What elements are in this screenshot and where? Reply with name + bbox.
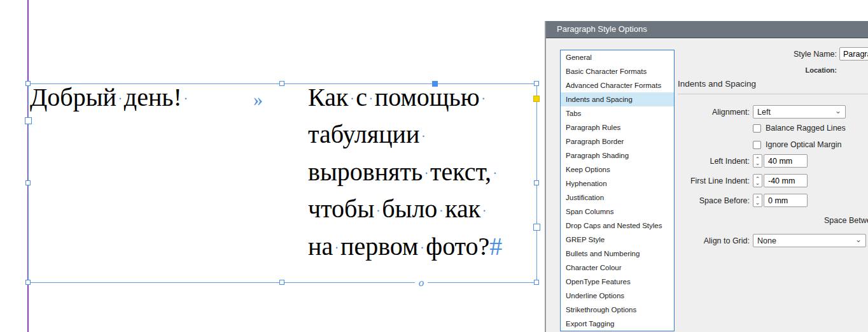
- stepper-down-icon[interactable]: ⌄: [755, 201, 760, 205]
- style-name-input[interactable]: [839, 47, 868, 61]
- dialog-titlebar[interactable]: Paragraph Style Options: [546, 21, 868, 38]
- space-before-stepper[interactable]: ⌃ ⌄: [753, 194, 762, 207]
- hidden-space-dot: ·: [335, 241, 339, 255]
- frame-handle-top-left[interactable]: [25, 81, 31, 86]
- corner-options-widget[interactable]: [533, 96, 540, 102]
- location-label: Location:: [781, 66, 837, 74]
- document-text-intro[interactable]: Добрый·день!·: [30, 80, 190, 117]
- sidebar-item[interactable]: Export Tagging: [561, 317, 674, 331]
- hidden-space-dot: ·: [424, 166, 429, 180]
- ignore-optical-margin-checkbox[interactable]: [753, 141, 761, 149]
- space-before-label: Space Before:: [584, 196, 750, 205]
- document-word[interactable]: чтобы: [308, 194, 374, 223]
- section-heading: Indents and Spacing: [678, 79, 756, 89]
- document-word[interactable]: Добрый: [30, 83, 116, 112]
- hidden-space-dot: ·: [421, 129, 426, 143]
- hidden-space-dot: ·: [183, 92, 188, 106]
- hidden-space-dot: ·: [369, 92, 374, 106]
- frame-handle-top-center[interactable]: [279, 81, 284, 86]
- sidebar-item[interactable]: Character Colour: [561, 261, 674, 275]
- first-line-indent-input[interactable]: [764, 174, 808, 187]
- stepper-down-icon[interactable]: ⌄: [755, 181, 760, 185]
- dialog-body: GeneralBasic Character FormatsAdvanced C…: [546, 38, 868, 332]
- hidden-space-dot: ·: [493, 166, 498, 180]
- frame-bottom-adornment[interactable]: o: [415, 278, 428, 288]
- frame-handle-bottom-center[interactable]: [279, 280, 284, 285]
- sidebar-item[interactable]: Drop Caps and Nested Styles: [561, 219, 674, 233]
- balance-ragged-lines-checkbox[interactable]: [753, 124, 761, 133]
- chevron-down-icon: ⌄: [855, 235, 862, 244]
- document-text-line[interactable]: на·первом·фото?#: [308, 229, 502, 266]
- sidebar-item[interactable]: Paragraph Border: [561, 134, 674, 148]
- balance-ragged-lines-label: Balance Ragged Lines: [766, 124, 846, 133]
- document-text-line[interactable]: выровнять·текст,·: [308, 154, 502, 191]
- sidebar-item[interactable]: General: [561, 50, 674, 64]
- frame-handle-bottom-left[interactable]: [25, 280, 31, 285]
- hidden-space-dot: ·: [350, 92, 354, 106]
- frame-handle-top-right[interactable]: [534, 81, 539, 86]
- ignore-optical-margin-label: Ignore Optical Margin: [766, 140, 842, 149]
- tab-character-marker: »: [253, 90, 263, 109]
- end-of-story-marker: #: [489, 232, 502, 261]
- document-word[interactable]: с: [356, 83, 367, 112]
- document-word[interactable]: текст,: [430, 157, 491, 186]
- sidebar-item[interactable]: Indents and Spacing: [561, 92, 674, 106]
- section-separator: [678, 94, 868, 94]
- left-indent-label: Left Indent:: [584, 157, 750, 166]
- document-text-line[interactable]: чтобы·было·как·: [308, 191, 502, 228]
- frame-handle-bottom-right[interactable]: [534, 280, 539, 285]
- hidden-space-dot: ·: [482, 204, 487, 218]
- document-text-line[interactable]: Как·с·помощью·: [308, 80, 502, 117]
- hidden-space-dot: ·: [420, 241, 424, 255]
- document-word[interactable]: помощью: [375, 83, 480, 112]
- dialog-sidebar: GeneralBasic Character FormatsAdvanced C…: [560, 50, 675, 331]
- frame-handle-filled[interactable]: [432, 81, 438, 87]
- paragraph-style-options-dialog: Paragraph Style Options GeneralBasic Cha…: [545, 21, 868, 332]
- align-to-grid-select[interactable]: None ⌄: [753, 234, 866, 247]
- first-line-indent-stepper[interactable]: ⌃ ⌄: [753, 174, 762, 187]
- style-name-label: Style Name:: [756, 50, 837, 59]
- text-frame-in-port[interactable]: [25, 117, 32, 124]
- left-indent-input[interactable]: [764, 154, 808, 168]
- alignment-label: Alignment:: [584, 108, 750, 117]
- sidebar-item[interactable]: Advanced Character Formats: [561, 78, 674, 92]
- text-frame-out-port[interactable]: [533, 224, 540, 231]
- sidebar-item[interactable]: Basic Character Formats: [561, 64, 674, 78]
- screenshot-stage: Добрый·день!· » Как·с·помощью·табуляции·…: [0, 0, 868, 332]
- sidebar-item[interactable]: Paragraph Rules: [561, 120, 674, 134]
- space-before-input[interactable]: [764, 194, 808, 207]
- sidebar-item[interactable]: Strikethrough Options: [561, 303, 674, 317]
- document-word[interactable]: было: [382, 194, 437, 223]
- space-between-label-truncated: Space Betwe: [824, 216, 868, 225]
- document-text-hanging-block[interactable]: Как·с·помощью·табуляции·выровнять·текст,…: [308, 80, 502, 266]
- sidebar-item[interactable]: Underline Options: [561, 289, 674, 303]
- chevron-down-icon: ⌄: [835, 106, 841, 115]
- align-to-grid-value: None: [757, 236, 776, 245]
- left-indent-stepper[interactable]: ⌃ ⌄: [753, 154, 762, 168]
- dialog-title: Paragraph Style Options: [557, 24, 647, 34]
- align-to-grid-label: Align to Grid:: [584, 236, 750, 245]
- document-text-line[interactable]: табуляции·: [308, 117, 502, 154]
- document-word[interactable]: на: [308, 232, 333, 261]
- document-word[interactable]: фото?: [426, 232, 489, 261]
- first-line-indent-label: First Line Indent:: [584, 177, 750, 185]
- sidebar-item[interactable]: Bullets and Numbering: [561, 247, 674, 261]
- frame-handle-mid-right[interactable]: [534, 180, 539, 185]
- stepper-down-icon[interactable]: ⌄: [755, 161, 760, 165]
- document-word[interactable]: день!: [124, 83, 182, 112]
- document-word[interactable]: Как: [308, 83, 348, 112]
- sidebar-item[interactable]: OpenType Features: [561, 275, 674, 289]
- document-word[interactable]: выровнять: [308, 157, 423, 186]
- frame-handle-mid-left[interactable]: [25, 180, 31, 185]
- hidden-space-dot: ·: [481, 92, 486, 106]
- alignment-select[interactable]: Left ⌄: [753, 105, 846, 119]
- document-word[interactable]: как: [445, 194, 480, 223]
- hidden-space-dot: ·: [439, 204, 444, 218]
- document-word[interactable]: первом: [340, 232, 418, 261]
- hidden-space-dot: ·: [376, 204, 381, 218]
- document-word[interactable]: табуляции: [308, 120, 419, 148]
- hidden-space-dot: ·: [118, 92, 123, 106]
- alignment-value: Left: [757, 108, 771, 117]
